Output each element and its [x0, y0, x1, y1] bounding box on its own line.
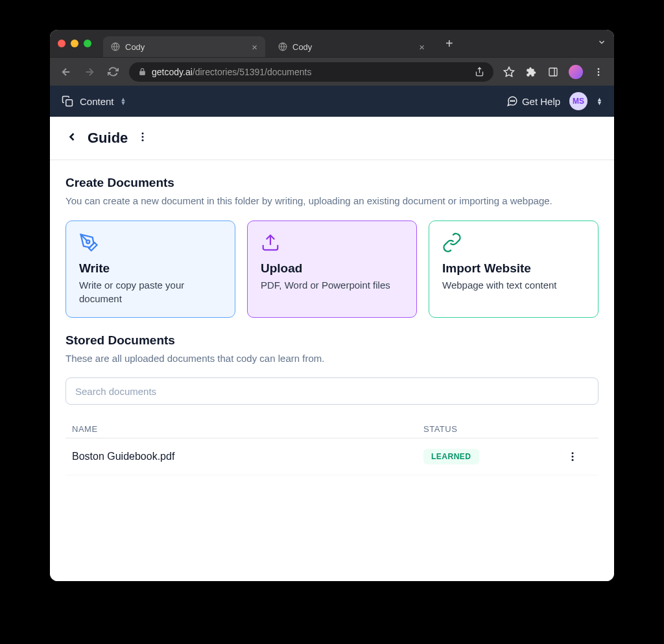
- globe-icon: [111, 42, 120, 51]
- stored-subtext: These are all uploaded documents that co…: [65, 352, 599, 366]
- copy-icon: [62, 95, 73, 107]
- svg-point-7: [510, 101, 511, 101]
- table-row: Boston Guidebook.pdf LEARNED: [65, 438, 599, 475]
- card-desc: Webpage with text content: [442, 278, 585, 292]
- svg-point-10: [142, 132, 144, 134]
- pen-icon: [79, 233, 222, 255]
- card-desc: Write or copy paste your document: [79, 278, 222, 305]
- svg-point-16: [572, 459, 574, 461]
- table-header: NAME STATUS: [65, 420, 599, 438]
- upload-card[interactable]: Upload PDF, Word or Powerpoint files: [247, 221, 417, 318]
- page-content: Guide Create Documents You can create a …: [50, 117, 614, 581]
- globe-icon: [278, 42, 287, 51]
- upload-icon: [261, 233, 403, 255]
- svg-point-15: [572, 456, 574, 458]
- svg-point-4: [598, 71, 600, 73]
- page-menu-button[interactable]: [137, 131, 148, 145]
- sort-icon: ▲▼: [121, 97, 126, 105]
- back-chevron-icon[interactable]: [65, 130, 78, 146]
- reload-button[interactable]: [106, 65, 120, 79]
- card-title: Import Website: [442, 261, 585, 276]
- card-title: Write: [79, 261, 222, 276]
- browser-tab-inactive[interactable]: Cody ×: [270, 36, 433, 57]
- stored-heading: Stored Documents: [65, 333, 599, 348]
- documents-table: NAME STATUS Boston Guidebook.pdf LEARNED: [65, 420, 599, 475]
- breadcrumb: Guide: [50, 117, 614, 160]
- col-name: NAME: [72, 424, 423, 434]
- extensions-icon[interactable]: [525, 66, 538, 78]
- svg-point-12: [142, 139, 144, 141]
- tabs-overflow-button[interactable]: [597, 38, 606, 49]
- svg-point-11: [142, 136, 144, 138]
- chat-icon: [506, 95, 518, 107]
- browser-window: Cody × Cody × + getcody.ai/directories/5…: [50, 30, 614, 581]
- card-desc: PDF, Word or Powerpoint files: [261, 278, 403, 292]
- svg-point-14: [572, 452, 574, 454]
- stored-documents-section: Stored Documents These are all uploaded …: [50, 333, 614, 492]
- menu-icon[interactable]: [592, 66, 605, 78]
- new-tab-button[interactable]: +: [445, 36, 453, 51]
- profile-avatar[interactable]: [569, 65, 583, 79]
- create-heading: Create Documents: [65, 176, 599, 190]
- svg-rect-6: [66, 100, 73, 106]
- card-title: Upload: [261, 261, 403, 276]
- url-bar[interactable]: getcody.ai/directories/51391/documents: [129, 62, 493, 82]
- close-window-button[interactable]: [58, 40, 65, 47]
- col-status: STATUS: [423, 424, 553, 434]
- traffic-lights: [58, 40, 91, 47]
- app-bar: Content ▲▼ Get Help MS ▲▼: [50, 86, 614, 117]
- url-text: getcody.ai/directories/51391/documents: [152, 67, 311, 77]
- row-menu-button[interactable]: [553, 451, 592, 462]
- get-help-link[interactable]: Get Help: [506, 95, 560, 107]
- content-label: Content: [80, 96, 114, 107]
- link-icon: [442, 233, 585, 255]
- create-subtext: You can create a new document in this fo…: [65, 194, 599, 209]
- svg-rect-2: [549, 68, 557, 76]
- svg-point-13: [86, 240, 89, 243]
- import-website-card[interactable]: Import Website Webpage with text content: [429, 221, 599, 318]
- minimize-window-button[interactable]: [71, 40, 78, 47]
- create-cards: Write Write or copy paste your document …: [65, 221, 599, 318]
- write-card[interactable]: Write Write or copy paste your document: [65, 221, 235, 318]
- user-avatar[interactable]: MS: [569, 92, 587, 110]
- create-documents-section: Create Documents You can create a new do…: [50, 160, 614, 333]
- window-titlebar: Cody × Cody × +: [50, 30, 614, 57]
- content-dropdown[interactable]: Content ▲▼: [62, 95, 126, 107]
- share-icon[interactable]: [475, 67, 484, 77]
- help-label: Get Help: [522, 96, 560, 107]
- page-title: Guide: [88, 130, 128, 147]
- browser-toolbar: getcody.ai/directories/51391/documents: [50, 57, 614, 86]
- sort-icon[interactable]: ▲▼: [597, 97, 602, 105]
- svg-point-9: [514, 101, 514, 101]
- tab-title: Cody: [292, 42, 312, 52]
- maximize-window-button[interactable]: [84, 40, 91, 47]
- document-name[interactable]: Boston Guidebook.pdf: [72, 451, 423, 462]
- panel-icon[interactable]: [547, 66, 560, 78]
- close-tab-icon[interactable]: ×: [419, 42, 425, 53]
- browser-tab-active[interactable]: Cody ×: [103, 36, 265, 57]
- lock-icon: [138, 67, 147, 76]
- svg-point-5: [598, 74, 600, 76]
- svg-point-3: [598, 68, 600, 70]
- svg-point-8: [512, 101, 513, 101]
- status-badge: LEARNED: [423, 449, 479, 464]
- back-button[interactable]: [59, 65, 73, 79]
- close-tab-icon[interactable]: ×: [252, 42, 257, 53]
- forward-button[interactable]: [82, 65, 97, 79]
- search-input[interactable]: [65, 377, 599, 405]
- tab-title: Cody: [125, 42, 145, 52]
- star-icon[interactable]: [503, 66, 516, 78]
